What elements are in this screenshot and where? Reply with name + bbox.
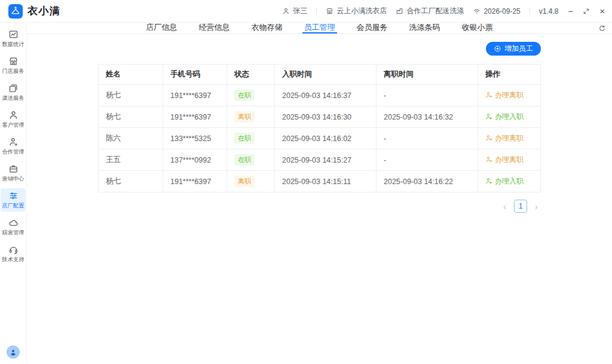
employee-name: 王五 [99,149,163,171]
employee-name: 杨七 [99,85,163,106]
employee-phone: 191****6397 [163,85,227,106]
sidebar-item-channel-service[interactable]: 渠道服务 [1,81,26,104]
maximize-button[interactable] [583,8,590,15]
expand-icon [583,8,590,15]
employee-phone: 133****5325 [163,128,227,149]
status-badge: 在职 [234,133,255,143]
employee-name: 杨七 [99,106,163,128]
sidebar-item-label: 营销中心 [2,176,25,181]
add-employee-button[interactable]: 增加员工 [486,42,541,56]
sidebar-item-store-service[interactable]: 门店服务 [1,54,26,77]
current-store-name: 云上小满洗衣店 [336,6,387,16]
employee-table: 姓名 手机号码 状态 入职时间 离职时间 操作 杨七 191****6397 在 [98,64,541,192]
employee-name: 杨七 [99,171,163,192]
col-header-leave-time: 离职时间 [377,65,478,85]
storefront-icon [326,7,333,15]
sidebar-item-tech-support[interactable]: 技术支持 [1,242,26,265]
employee-panel: 增加员工 姓名 手机号码 状态 入职时间 离职时间 操作 [27,34,612,363]
action-link[interactable]: 办理入职 [485,112,524,122]
action-link[interactable]: 办理离职 [485,133,524,143]
status-badge: 在职 [234,90,255,100]
tab-member-service[interactable]: 会员服务 [355,23,390,33]
sidebar-item-label: 技术支持 [2,256,25,262]
storefront-icon [8,56,19,66]
tab-list: 店厂信息 经营信息 衣物存储 员工管理 会员服务 洗涤条码 收银小票 [136,23,504,33]
service-mode-label: 合作工厂配送洗涤 [406,6,464,16]
action-link[interactable]: 办理入职 [485,176,524,186]
cloud-icon [8,218,19,228]
table-row: 杨七 191****6397 在职 2025-09-03 14:16:37 - … [99,85,541,106]
current-date-value: 2026-09-25 [484,7,520,16]
signal-icon [473,7,481,15]
sidebar-item-joint-mgmt[interactable]: 联营管理 [1,215,26,238]
app-body: 数据统计 门店服务 渠道服务 客户管理 合作管理 营销中心 [0,23,612,363]
refresh-icon[interactable] [598,24,606,35]
sidebar-item-marketing-center[interactable]: 营销中心 [1,161,26,185]
sidebar-item-label: 店厂配置 [2,203,25,208]
tab-employee-mgmt[interactable]: 员工管理 [302,23,337,33]
chart-frame-icon [8,29,19,39]
sidebar-item-data-stats[interactable]: 数据统计 [1,27,26,50]
employee-phone: 137****0992 [163,149,227,171]
user-icon [282,7,290,15]
sidebar-item-label: 联营管理 [2,230,25,235]
hanger-logo-icon [8,4,23,19]
factory-icon [396,7,403,15]
prev-page-icon[interactable]: ‹ [503,202,506,211]
tab-store-info[interactable]: 店厂信息 [145,23,179,33]
headset-icon [8,244,19,255]
action-link[interactable]: 办理离职 [485,90,524,100]
tab-business-info[interactable]: 经营信息 [197,23,232,33]
action-link[interactable]: 办理离职 [485,155,524,165]
next-page-icon[interactable]: › [535,202,538,211]
page-number[interactable]: 1 [514,200,527,213]
sidebar-item-cooperation-mgmt[interactable]: 合作管理 [1,134,26,158]
sidebar-item-label: 客户管理 [2,122,25,127]
action-label: 办理入职 [495,176,524,186]
add-employee-label: 增加员工 [504,44,533,54]
table-row: 杨七 191****6397 离职 2025-09-03 14:16:30 20… [99,106,541,128]
employee-phone: 191****6397 [163,171,227,192]
leave-time: - [377,85,478,106]
service-mode[interactable]: 合作工厂配送洗涤 [396,6,464,16]
status-badge: 离职 [234,111,255,122]
sidebar-item-label: 数据统计 [2,41,25,47]
app-window: 衣小满 张三 云上小满洗衣店 合作工厂配送洗涤 2026-09-25 v1.4.… [0,0,612,364]
col-header-hire-time: 入职时间 [275,65,377,85]
current-store[interactable]: 云上小满洗衣店 [326,6,387,16]
briefcase-icon [8,164,19,174]
person-leave-icon [485,156,492,163]
sidebar-item-store-config[interactable]: 店厂配置 [1,188,26,212]
action-label: 办理离职 [495,155,524,165]
toolbar-row: 增加员工 [98,42,541,56]
avatar-person-icon [9,348,17,356]
action-label: 办理离职 [495,90,524,100]
table-row: 杨七 191****6397 离职 2025-09-03 14:15:11 20… [99,171,541,192]
table-row: 王五 137****0992 在职 2025-09-03 14:15:27 - … [99,149,541,171]
close-button[interactable]: × [599,7,605,16]
windows-icon [8,83,19,93]
action-label: 办理离职 [495,133,524,143]
sidebar-item-customer-mgmt[interactable]: 客户管理 [1,108,26,131]
col-header-name: 姓名 [99,65,163,85]
hire-time: 2025-09-03 14:15:11 [275,171,377,192]
sliders-icon [8,191,19,201]
current-user[interactable]: 张三 [282,6,307,16]
sidebar-item-label: 合作管理 [2,149,25,154]
col-header-phone: 手机号码 [163,65,227,85]
employee-phone: 191****6397 [163,106,227,128]
person-leave-icon [485,91,492,99]
topbar-divider [316,8,317,15]
tab-clothes-storage[interactable]: 衣物存储 [250,23,284,33]
leave-time: - [377,149,478,171]
person-add-icon [485,178,492,185]
hire-time: 2025-09-03 14:16:02 [275,128,377,149]
col-header-action: 操作 [478,65,541,85]
minimize-button[interactable]: − [568,7,573,16]
person-add-icon [485,113,492,120]
tab-receipt[interactable]: 收银小票 [460,23,495,33]
current-date[interactable]: 2026-09-25 [473,7,520,16]
tab-wash-barcode[interactable]: 洗涤条码 [408,23,442,33]
user-avatar[interactable] [7,345,20,359]
topbar-divider [530,8,530,15]
